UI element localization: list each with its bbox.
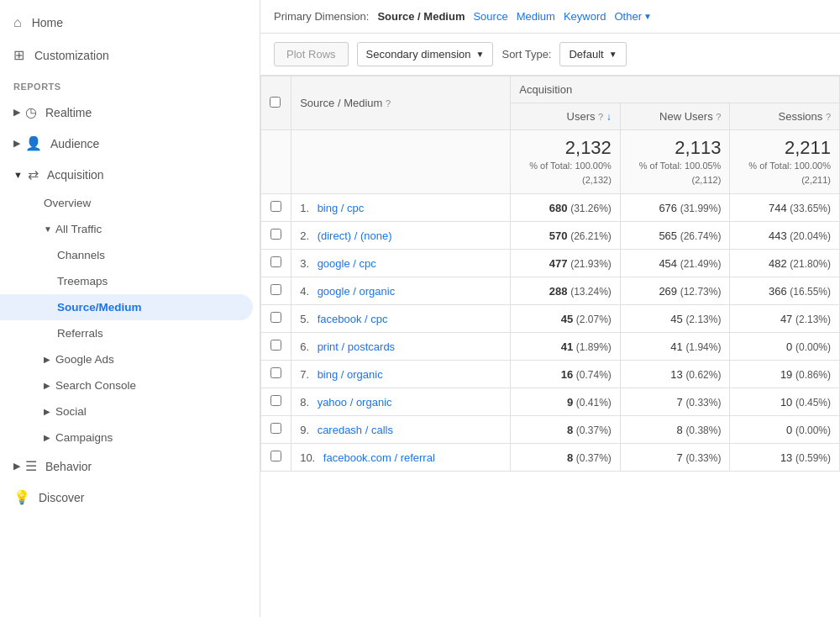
row-users-pct: (0.41%) xyxy=(576,397,612,409)
audience-label: Audience xyxy=(50,137,99,150)
users-sort-arrow[interactable]: ↓ xyxy=(606,111,612,123)
row-source-link[interactable]: caredash / calls xyxy=(318,424,393,436)
row-sessions-pct: (0.45%) xyxy=(795,397,831,409)
row-users-pct: (26.21%) xyxy=(570,230,612,242)
sidebar-item-channels[interactable]: Channels xyxy=(0,242,260,268)
sidebar-item-social[interactable]: ▶ Social xyxy=(0,398,260,425)
row-checkbox-cell xyxy=(261,361,291,388)
row-checkbox-6[interactable] xyxy=(270,367,281,378)
sidebar-item-source-medium[interactable]: Source/Medium xyxy=(0,294,253,320)
row-checkbox-9[interactable] xyxy=(270,451,281,461)
header-users: Users ? ↓ xyxy=(511,103,621,130)
row-new-users-cell: 676 (31.99%) xyxy=(620,194,730,222)
row-checkbox-3[interactable] xyxy=(270,284,281,295)
table-row: 2. (direct) / (none) 570 (26.21%) 565 (2… xyxy=(261,222,840,250)
other-dropdown-icon: ▼ xyxy=(643,12,652,21)
campaigns-label: Campaigns xyxy=(55,431,113,444)
sidebar-item-audience[interactable]: ▶ 👤 Audience xyxy=(0,128,260,159)
row-users-cell: 288 (13.24%) xyxy=(511,277,621,305)
treemaps-label: Treemaps xyxy=(57,275,108,287)
row-checkbox-0[interactable] xyxy=(270,201,281,212)
row-sessions-val: 0 xyxy=(786,340,792,353)
dim-source-medium[interactable]: Source / Medium xyxy=(377,10,465,23)
sidebar-item-discover[interactable]: 💡 Discover xyxy=(0,482,260,513)
row-users-cell: 9 (0.41%) xyxy=(511,388,621,416)
row-source-cell: 10. facebook.com / referral xyxy=(291,444,511,472)
row-source-cell: 4. google / organic xyxy=(291,277,511,305)
campaigns-arrow-icon: ▶ xyxy=(44,433,50,442)
row-new-users-val: 269 xyxy=(659,285,677,298)
sidebar-item-acquisition[interactable]: ▼ ⇄ Acquisition xyxy=(0,159,260,190)
users-help-icon[interactable]: ? xyxy=(598,112,603,122)
nav-group-acquisition: ▼ ⇄ Acquisition Overview ▼ All Traffic C… xyxy=(0,159,260,451)
row-new-users-pct: (2.13%) xyxy=(685,314,721,325)
sidebar-item-overview[interactable]: Overview xyxy=(0,190,260,216)
plot-rows-button[interactable]: Plot Rows xyxy=(274,42,349,66)
sessions-help-icon[interactable]: ? xyxy=(826,112,831,122)
row-source-link[interactable]: bing / organic xyxy=(318,368,383,381)
sidebar-item-google-ads[interactable]: ▶ Google Ads xyxy=(0,346,260,372)
sidebar-item-customization[interactable]: ⊞ Customization xyxy=(0,39,260,71)
sidebar-item-search-console[interactable]: ▶ Search Console xyxy=(0,372,260,398)
primary-dimension-bar: Primary Dimension: Source / Medium Sourc… xyxy=(260,0,840,34)
sidebar-item-campaigns[interactable]: ▶ Campaigns xyxy=(0,425,260,451)
table-row: 3. google / cpc 477 (21.93%) 454 (21.49%… xyxy=(261,250,840,277)
customization-label: Customization xyxy=(34,49,109,62)
row-source-link[interactable]: bing / cpc xyxy=(318,202,365,214)
row-checkbox-cell xyxy=(261,388,291,416)
row-users-pct: (0.37%) xyxy=(576,425,612,436)
row-source-link[interactable]: (direct) / (none) xyxy=(318,229,392,242)
dim-keyword[interactable]: Keyword xyxy=(564,10,606,23)
sidebar-item-all-traffic[interactable]: ▼ All Traffic xyxy=(0,216,260,242)
row-source-link[interactable]: google / cpc xyxy=(318,257,376,270)
search-console-label: Search Console xyxy=(55,379,136,392)
sidebar-item-home[interactable]: ⌂ Home xyxy=(0,7,260,39)
row-sessions-pct: (0.00%) xyxy=(795,341,831,353)
row-source-link[interactable]: facebook / cpc xyxy=(318,313,388,325)
dim-medium[interactable]: Medium xyxy=(517,10,555,23)
row-users-val: 680 xyxy=(549,202,568,214)
secondary-dimension-select[interactable]: Secondary dimension ▼ xyxy=(357,42,494,66)
sidebar-item-realtime[interactable]: ▶ ◷ Realtime xyxy=(0,97,260,128)
row-checkbox-cell xyxy=(261,305,291,333)
behavior-icon: ☰ xyxy=(25,458,37,474)
source-medium-label: Source/Medium xyxy=(57,301,142,314)
source-medium-help-icon[interactable]: ? xyxy=(386,98,391,108)
row-users-cell: 41 (1.89%) xyxy=(511,333,621,361)
row-number: 3. xyxy=(300,257,309,270)
nav-group-audience: ▶ 👤 Audience xyxy=(0,128,260,159)
google-ads-label: Google Ads xyxy=(55,353,114,366)
select-all-checkbox[interactable] xyxy=(270,97,281,108)
channels-label: Channels xyxy=(57,249,105,261)
row-source-link[interactable]: google / organic xyxy=(318,285,396,298)
row-new-users-pct: (12.73%) xyxy=(680,286,722,298)
sidebar-item-referrals[interactable]: Referrals xyxy=(0,320,260,346)
row-checkbox-7[interactable] xyxy=(270,395,281,406)
row-number: 9. xyxy=(300,424,309,436)
row-source-link[interactable]: facebook.com / referral xyxy=(323,451,435,464)
new-users-help-icon[interactable]: ? xyxy=(716,112,721,122)
sort-type-select[interactable]: Default ▼ xyxy=(559,42,626,66)
row-source-link[interactable]: print / postcards xyxy=(318,340,396,353)
row-users-cell: 8 (0.37%) xyxy=(511,444,621,472)
row-source-cell: 7. bing / organic xyxy=(291,361,511,388)
row-checkbox-8[interactable] xyxy=(270,423,281,434)
social-arrow-icon: ▶ xyxy=(44,407,50,416)
row-checkbox-2[interactable] xyxy=(270,256,281,267)
row-sessions-val: 482 xyxy=(769,257,787,270)
row-new-users-pct: (21.49%) xyxy=(680,258,722,270)
row-checkbox-cell xyxy=(261,416,291,444)
row-users-val: 8 xyxy=(567,424,573,436)
sidebar-item-behavior[interactable]: ▶ ☰ Behavior xyxy=(0,451,260,482)
dim-source[interactable]: Source xyxy=(473,10,507,23)
row-checkbox-5[interactable] xyxy=(270,340,281,351)
sidebar-item-treemaps[interactable]: Treemaps xyxy=(0,268,260,294)
row-checkbox-1[interactable] xyxy=(270,229,281,240)
row-sessions-val: 366 xyxy=(769,285,787,298)
row-new-users-val: 45 xyxy=(670,313,682,325)
dim-other[interactable]: Other ▼ xyxy=(614,10,651,23)
row-source-link[interactable]: yahoo / organic xyxy=(318,396,392,409)
row-checkbox-4[interactable] xyxy=(270,312,281,323)
search-console-arrow-icon: ▶ xyxy=(44,381,50,390)
sort-type-dropdown-icon: ▼ xyxy=(609,50,617,59)
